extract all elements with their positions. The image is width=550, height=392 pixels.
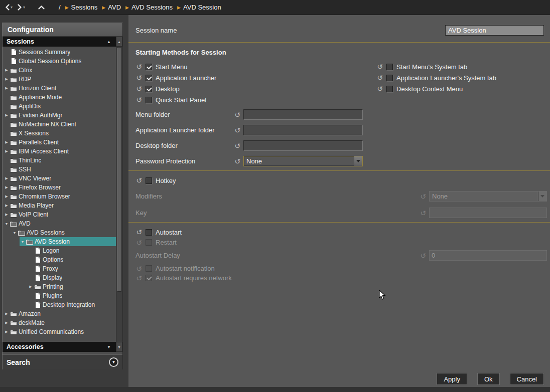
tree-item-voip-client[interactable]: ▶VoIP Client bbox=[3, 210, 116, 219]
tree-item-options[interactable]: Options bbox=[3, 255, 116, 264]
tree-item-content: ▶Printing bbox=[28, 282, 116, 291]
breadcrumb-item-sessions[interactable]: Sessions bbox=[71, 4, 98, 11]
up-button[interactable] bbox=[38, 5, 45, 10]
breadcrumb-item-avd[interactable]: AVD bbox=[108, 4, 121, 11]
search-section-header[interactable]: Search ▼ bbox=[3, 354, 122, 369]
chevron-right-icon[interactable]: ▶ bbox=[4, 140, 10, 144]
tree-item-evidian-authmgr[interactable]: ▶Evidian AuthMgr bbox=[3, 111, 116, 120]
sessions-section-header[interactable]: Sessions ▲ bbox=[3, 37, 116, 47]
tree-item-avd[interactable]: ▼AVD bbox=[3, 219, 116, 228]
reset-icon[interactable]: ↺ bbox=[135, 96, 143, 103]
chevron-right-icon[interactable]: ▶ bbox=[4, 194, 10, 199]
password-protection-select[interactable]: None bbox=[243, 156, 363, 166]
chevron-right-icon[interactable]: ▶ bbox=[4, 204, 10, 208]
tree-item-avd-sessions[interactable]: ▼AVD Sessions bbox=[3, 228, 116, 237]
tree-item-firefox-browser[interactable]: ▶Firefox Browser bbox=[3, 183, 116, 192]
back-button[interactable] bbox=[5, 4, 10, 11]
chevron-right-icon[interactable]: ▶ bbox=[4, 176, 10, 180]
scroll-up-button[interactable]: ▲ bbox=[116, 37, 122, 47]
forward-history-caret-icon[interactable]: ▾ bbox=[23, 5, 25, 10]
hotkey-checkbox[interactable] bbox=[146, 177, 152, 184]
reset-icon[interactable]: ↺ bbox=[135, 229, 143, 236]
tree-item-nomachine-nx-client[interactable]: NoMachine NX Client bbox=[3, 120, 116, 129]
breadcrumb-item-avd-sessions[interactable]: AVD Sessions bbox=[131, 4, 173, 11]
ok-button[interactable]: Ok bbox=[477, 373, 500, 385]
checkbox-desktop[interactable] bbox=[146, 86, 152, 92]
chevron-right-icon[interactable]: ▶ bbox=[4, 213, 10, 217]
tree-item-unified-communications[interactable]: ▶Unified Communications bbox=[3, 327, 116, 336]
reset-icon[interactable]: ↺ bbox=[135, 85, 143, 92]
chevron-right-icon[interactable]: ▶ bbox=[28, 285, 34, 289]
checkbox-start-menu[interactable] bbox=[146, 64, 152, 70]
tree-item-rdp[interactable]: ▶RDP bbox=[3, 75, 116, 84]
reset-icon[interactable]: ↺ bbox=[376, 63, 383, 70]
tree-item-logon[interactable]: Logon bbox=[3, 246, 116, 255]
chevron-right-icon[interactable]: ▶ bbox=[4, 330, 10, 334]
chevron-right-icon[interactable]: ▶ bbox=[4, 149, 10, 153]
apply-button[interactable]: Apply bbox=[437, 373, 467, 385]
tree-item-desktop-integration[interactable]: Desktop Integration bbox=[3, 300, 116, 309]
tree-item-applidis[interactable]: AppliDis bbox=[3, 102, 116, 111]
tree-item-ibm-iaccess-client[interactable]: ▶IBM iAccess Client bbox=[3, 147, 116, 156]
checkbox-quick-start-panel[interactable] bbox=[146, 97, 152, 103]
reset-icon[interactable]: ↺ bbox=[135, 74, 143, 81]
chevron-right-icon[interactable]: ▶ bbox=[4, 185, 10, 189]
reset-icon[interactable]: ↺ bbox=[376, 85, 383, 92]
tree-item-proxy[interactable]: Proxy bbox=[3, 264, 116, 273]
chevron-right-icon[interactable]: ▶ bbox=[4, 68, 10, 72]
reset-icon[interactable]: ↺ bbox=[135, 177, 143, 184]
reset-icon[interactable]: ↺ bbox=[234, 111, 241, 118]
tree-item-chromium-browser[interactable]: ▶Chromium Browser bbox=[3, 192, 116, 201]
chevron-right-icon[interactable]: ▶ bbox=[4, 113, 10, 117]
tree-item-parallels-client[interactable]: ▶Parallels Client bbox=[3, 138, 116, 147]
back-history-caret-icon[interactable]: ▾ bbox=[11, 5, 13, 10]
tree-item-plugins[interactable]: Plugins bbox=[3, 291, 116, 300]
scroll-down-button[interactable]: ▼ bbox=[116, 342, 122, 352]
tree-item-printing[interactable]: ▶Printing bbox=[3, 282, 116, 291]
reset-icon[interactable]: ↺ bbox=[234, 127, 241, 134]
chevron-right-icon[interactable]: ▶ bbox=[4, 86, 10, 90]
chevron-down-icon[interactable]: ▼ bbox=[20, 240, 26, 244]
application-launcher-folder-input[interactable] bbox=[243, 125, 363, 135]
tree-item-x-sessions[interactable]: X Sessions bbox=[3, 129, 116, 138]
chevron-right-icon[interactable]: ▶ bbox=[4, 312, 10, 316]
session-name-input[interactable]: AVD Session bbox=[445, 25, 544, 36]
tree-item-deskmate[interactable]: ▶deskMate bbox=[3, 318, 116, 327]
tree-item-vnc-viewer[interactable]: ▶VNC Viewer bbox=[3, 174, 116, 183]
tree-item-display[interactable]: Display bbox=[3, 273, 116, 282]
desktop-folder-input[interactable] bbox=[243, 140, 363, 151]
reset-icon[interactable]: ↺ bbox=[234, 158, 241, 165]
tree-item-sessions-summary[interactable]: Sessions Summary bbox=[3, 48, 116, 57]
checkbox-application-launcher-s-system-tab[interactable] bbox=[386, 75, 393, 81]
chevron-down-icon[interactable]: ▼ bbox=[4, 222, 10, 226]
menu-folder-input[interactable] bbox=[243, 109, 363, 120]
checkbox-application-launcher[interactable] bbox=[146, 75, 152, 81]
reset-icon[interactable]: ↺ bbox=[135, 63, 143, 70]
tree-item-ssh[interactable]: SSH bbox=[3, 165, 116, 174]
chevron-right-icon[interactable]: ▶ bbox=[4, 77, 10, 81]
tree-item-media-player[interactable]: ▶Media Player bbox=[3, 201, 116, 210]
dropdown-button[interactable] bbox=[354, 156, 362, 166]
search-expand-button[interactable]: ▼ bbox=[109, 357, 118, 367]
navigation-toolbar: ▾ ▾ / ▶Sessions▶AVD▶AVD Sessions▶AVD Ses… bbox=[0, 0, 550, 15]
breadcrumb-item-avd-session[interactable]: AVD Session bbox=[183, 4, 221, 11]
tree-item-global-session-options[interactable]: Global Session Options bbox=[3, 57, 116, 66]
tree-item-appliance-mode[interactable]: Appliance Mode bbox=[3, 93, 116, 102]
checkbox-start-menu-s-system-tab[interactable] bbox=[386, 64, 393, 70]
tree-item-thinlinc[interactable]: ThinLinc bbox=[3, 156, 116, 165]
accessories-section-header[interactable]: Accessories ▼ bbox=[3, 342, 116, 352]
tree-item-citrix[interactable]: ▶Citrix bbox=[3, 66, 116, 75]
tree-item-horizon-client[interactable]: ▶Horizon Client bbox=[3, 84, 116, 93]
scrollbar-thumb[interactable] bbox=[117, 47, 122, 292]
chevron-right-icon[interactable]: ▶ bbox=[4, 321, 10, 325]
chevron-down-icon[interactable]: ▼ bbox=[12, 231, 18, 235]
checkbox-desktop-context-menu[interactable] bbox=[386, 86, 393, 92]
forward-button[interactable] bbox=[18, 4, 22, 11]
tree-item-amazon[interactable]: ▶Amazon bbox=[3, 309, 116, 318]
reset-icon[interactable]: ↺ bbox=[234, 142, 241, 149]
reset-icon[interactable]: ↺ bbox=[376, 74, 383, 81]
autostart-checkbox[interactable] bbox=[146, 229, 152, 236]
cancel-button[interactable]: Cancel bbox=[510, 373, 544, 385]
tree-scrollbar[interactable] bbox=[116, 47, 122, 342]
tree-item-avd-session[interactable]: ▼AVD Session bbox=[3, 237, 116, 246]
